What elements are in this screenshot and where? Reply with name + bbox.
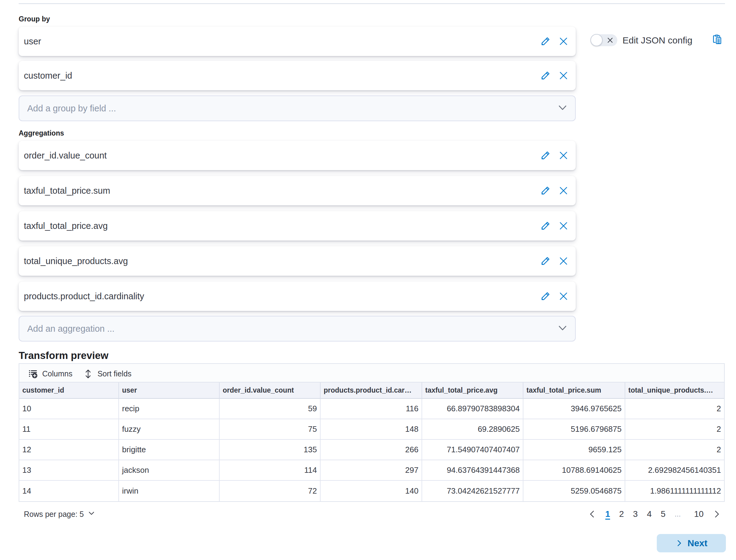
next-button-label: Next: [687, 538, 707, 548]
group-by-label: Group by: [19, 15, 50, 24]
pencil-icon: [540, 256, 551, 266]
column-header[interactable]: total_unique_products.avg: [625, 383, 724, 399]
edit-button[interactable]: [540, 185, 551, 196]
edit-button[interactable]: [540, 291, 551, 301]
pencil-icon: [540, 221, 551, 231]
previous-page-button[interactable]: [588, 510, 597, 519]
remove-button[interactable]: [558, 221, 568, 231]
pencil-icon: [540, 36, 551, 47]
cell: 114: [220, 460, 321, 481]
cell: 72: [220, 481, 321, 501]
edit-button[interactable]: [540, 70, 551, 81]
cross-icon: [558, 71, 568, 80]
remove-button[interactable]: [558, 71, 568, 80]
clipboard-icon: [712, 34, 722, 45]
edit-button[interactable]: [540, 36, 551, 47]
edit-json-switch[interactable]: [590, 34, 617, 46]
preview-data-grid: customer_id user order_id.value_count pr…: [19, 383, 724, 501]
page-button-4[interactable]: 4: [646, 509, 652, 519]
remove-button[interactable]: [558, 151, 568, 160]
cell: 148: [321, 419, 422, 440]
step-divider: [19, 3, 725, 4]
pagination: 1 2 3 4 5 ... 10: [588, 506, 721, 522]
add-aggregation-placeholder: Add an aggregation ...: [27, 324, 557, 334]
cell: recip: [119, 399, 220, 419]
remove-button[interactable]: [558, 291, 568, 301]
cross-icon: [558, 151, 568, 160]
aggregation-item: taxful_total_price.avg: [19, 211, 576, 241]
cell: 266: [321, 440, 422, 460]
group-by-item: user: [19, 27, 576, 56]
table-toolbar: Columns Sort fields: [19, 364, 724, 383]
page-button-3[interactable]: 3: [632, 509, 638, 519]
chevron-right-icon: [712, 510, 721, 519]
column-header[interactable]: order_id.value_count: [220, 383, 321, 399]
cell: 66.89790783898304: [422, 399, 523, 419]
rows-per-page-label: Rows per page: 5: [24, 510, 84, 519]
cross-icon: [558, 36, 568, 46]
next-step-button[interactable]: Next: [657, 534, 726, 552]
page-button-2[interactable]: 2: [618, 509, 625, 519]
aggregation-item: taxful_total_price.sum: [19, 176, 576, 205]
cell: brigitte: [119, 440, 220, 460]
cell: 10: [19, 399, 119, 419]
remove-button[interactable]: [558, 36, 568, 46]
cell: 1.9861111111111112: [625, 481, 724, 501]
edit-button[interactable]: [540, 221, 551, 231]
page-button-10[interactable]: 10: [693, 509, 704, 519]
aggregations-label: Aggregations: [19, 129, 64, 138]
column-header[interactable]: products.product_id.cardinality: [321, 383, 422, 399]
aggregation-item: total_unique_products.avg: [19, 246, 576, 276]
cell: irwin: [119, 481, 220, 501]
cell: 14: [19, 481, 119, 501]
edit-button[interactable]: [540, 150, 551, 161]
add-aggregation-combobox[interactable]: Add an aggregation ...: [19, 316, 576, 342]
cross-icon: [558, 221, 568, 231]
copy-to-clipboard-button[interactable]: [712, 34, 722, 45]
column-header[interactable]: taxful_total_price.avg: [422, 383, 523, 399]
page-button-1[interactable]: 1: [605, 509, 611, 519]
sort-fields-button-label: Sort fields: [98, 369, 132, 378]
cell: 116: [321, 399, 422, 419]
cell: 2.692982456140351: [625, 460, 724, 481]
column-header[interactable]: customer_id: [19, 383, 119, 399]
next-page-button[interactable]: [712, 510, 721, 519]
cell: 12: [19, 440, 119, 460]
columns-button[interactable]: Columns: [28, 369, 73, 379]
remove-button[interactable]: [558, 256, 568, 266]
cell: 3946.9765625: [523, 399, 625, 419]
sort-fields-button[interactable]: Sort fields: [83, 369, 132, 379]
cell: 71.54907407407407: [422, 440, 523, 460]
chevron-left-icon: [588, 510, 597, 519]
column-header[interactable]: taxful_total_price.sum: [523, 383, 625, 399]
cell: 2: [625, 399, 724, 419]
pencil-icon: [540, 185, 551, 196]
group-by-item-label: user: [24, 36, 540, 47]
pencil-icon: [540, 70, 551, 81]
transform-preview-title: Transform preview: [19, 349, 108, 362]
rows-per-page-button[interactable]: Rows per page: 5: [24, 509, 95, 519]
switch-off-icon: [607, 37, 613, 44]
cross-icon: [558, 186, 568, 196]
cell: 11: [19, 419, 119, 440]
cell: 140: [321, 481, 422, 501]
cell: 297: [321, 460, 422, 481]
remove-button[interactable]: [558, 186, 568, 196]
cell: 94.63764391447368: [422, 460, 523, 481]
aggregation-item-label: total_unique_products.avg: [24, 256, 540, 266]
edit-json-config-label: Edit JSON config: [622, 36, 692, 45]
cell: 13: [19, 460, 119, 481]
column-header[interactable]: user: [119, 383, 220, 399]
cross-icon: [558, 291, 568, 301]
group-by-item: customer_id: [19, 61, 576, 90]
switch-thumb: [590, 34, 603, 46]
columns-button-label: Columns: [42, 369, 73, 378]
page-button-5[interactable]: 5: [660, 509, 666, 519]
aggregation-item: order_id.value_count: [19, 141, 576, 170]
cell: fuzzy: [119, 419, 220, 440]
edit-button[interactable]: [540, 256, 551, 266]
add-group-by-combobox[interactable]: Add a group by field ...: [19, 95, 576, 121]
aggregation-item-label: products.product_id.cardinality: [24, 291, 540, 301]
cell: 2: [625, 440, 724, 460]
chevron-down-icon: [557, 103, 568, 114]
